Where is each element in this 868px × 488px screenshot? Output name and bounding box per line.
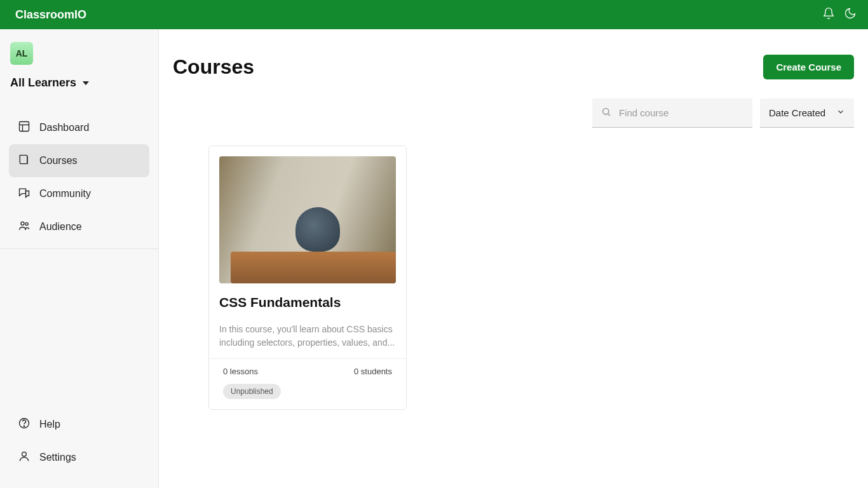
course-students-count: 0 students xyxy=(354,367,392,376)
notification-bell-icon[interactable] xyxy=(822,7,835,22)
course-lessons-count: 0 lessons xyxy=(223,367,258,376)
theme-moon-icon[interactable] xyxy=(844,7,857,22)
course-card[interactable]: CSS Fundamentals In this course, you'll … xyxy=(208,146,407,410)
page-title: Courses xyxy=(173,55,254,79)
svg-point-4 xyxy=(25,222,28,225)
svg-rect-0 xyxy=(20,122,29,132)
svg-point-8 xyxy=(603,108,609,114)
sidebar-item-help[interactable]: Help xyxy=(9,408,149,441)
sidebar-item-settings[interactable]: Settings xyxy=(9,441,149,474)
book-icon xyxy=(18,153,31,168)
search-input[interactable] xyxy=(619,107,743,118)
sidebar-item-courses[interactable]: Courses xyxy=(9,144,149,177)
svg-point-6 xyxy=(24,426,24,426)
sidebar-item-label: Audience xyxy=(39,221,82,233)
sidebar-item-audience[interactable]: Audience xyxy=(9,210,149,243)
sidebar-item-label: Courses xyxy=(39,155,78,166)
community-icon xyxy=(18,186,31,201)
svg-line-9 xyxy=(608,114,610,116)
topbar: ClassroomIO xyxy=(0,0,868,29)
org-name: All Learners xyxy=(10,76,76,90)
sidebar-item-label: Help xyxy=(39,419,60,430)
org-selector[interactable]: All Learners xyxy=(10,76,148,96)
sidebar-item-label: Community xyxy=(39,188,91,200)
sidebar-item-dashboard[interactable]: Dashboard xyxy=(9,111,149,144)
sort-selected: Date Created xyxy=(769,107,825,118)
caret-down-icon xyxy=(83,78,89,89)
search-icon xyxy=(601,107,611,119)
sidebar-item-label: Dashboard xyxy=(39,122,89,133)
dashboard-icon xyxy=(18,120,31,135)
org-avatar[interactable]: AL xyxy=(10,42,33,65)
course-thumbnail xyxy=(219,156,396,283)
brand-logo[interactable]: ClassroomIO xyxy=(15,8,86,22)
svg-point-7 xyxy=(22,452,27,456)
course-title: CSS Fundamentals xyxy=(219,295,396,310)
audience-icon xyxy=(18,219,31,234)
sidebar-divider xyxy=(0,248,158,249)
help-icon xyxy=(18,417,31,432)
sidebar-item-community[interactable]: Community xyxy=(9,177,149,210)
course-status-badge: Unpublished xyxy=(223,384,281,399)
main-content: Courses Create Course Date Created xyxy=(159,29,868,488)
sidebar: AL All Learners Dashboard Courses xyxy=(0,29,159,488)
topbar-icons xyxy=(822,7,857,22)
create-course-button[interactable]: Create Course xyxy=(763,55,854,79)
settings-icon xyxy=(18,450,31,465)
svg-point-3 xyxy=(21,222,24,225)
course-description: In this course, you'll learn about CSS b… xyxy=(219,323,396,349)
chevron-down-icon xyxy=(836,107,845,118)
search-box[interactable] xyxy=(592,98,752,128)
sort-select[interactable]: Date Created xyxy=(760,98,854,128)
sidebar-item-label: Settings xyxy=(39,452,76,463)
